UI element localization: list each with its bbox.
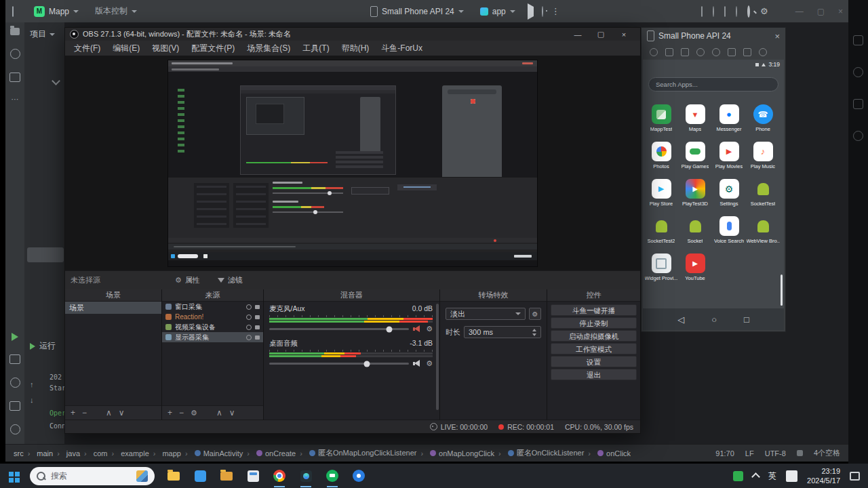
structure-tool-icon[interactable] bbox=[9, 73, 20, 82]
rotate-left-icon[interactable] bbox=[696, 48, 705, 56]
emulator-close-icon[interactable]: × bbox=[774, 31, 780, 41]
breadcrumb-item[interactable]: onCreate bbox=[243, 449, 296, 458]
visibility-eye-icon[interactable] bbox=[246, 314, 252, 320]
news-weather-icon[interactable] bbox=[136, 470, 148, 482]
chrome-icon[interactable] bbox=[269, 464, 290, 488]
obs-close-icon[interactable]: × bbox=[612, 28, 635, 41]
project-widget[interactable]: M Mapp bbox=[30, 4, 83, 19]
duration-spinbox[interactable]: 300 ms bbox=[464, 326, 541, 338]
visibility-eye-icon[interactable] bbox=[246, 304, 252, 310]
menu-profile[interactable]: 配置文件(P) bbox=[185, 43, 241, 54]
nav-overview-icon[interactable]: □ bbox=[744, 314, 749, 325]
tray-expand-icon[interactable] bbox=[751, 472, 760, 481]
search-apps-input[interactable]: Search Apps... bbox=[648, 77, 778, 92]
logcat-tool-icon[interactable] bbox=[10, 378, 20, 388]
scene-list-item[interactable]: 场景 bbox=[65, 302, 161, 314]
app-youtube[interactable]: YouTube bbox=[678, 253, 712, 281]
app-sockettest[interactable]: SocketTest bbox=[746, 179, 780, 207]
source-down-button[interactable]: ∨ bbox=[229, 408, 235, 418]
nav-back-icon[interactable]: ◁ bbox=[677, 314, 684, 325]
menu-view[interactable]: 视图(V) bbox=[146, 43, 185, 54]
profiler-icon[interactable] bbox=[542, 7, 543, 16]
menu-file[interactable]: 文件(F) bbox=[68, 43, 106, 54]
services-tool-icon[interactable] bbox=[10, 424, 20, 434]
tree-chevron-icon[interactable] bbox=[52, 77, 60, 85]
more-actions-icon[interactable]: ⋮ bbox=[551, 6, 560, 16]
tray-app-icon[interactable] bbox=[733, 471, 743, 481]
mixer-scrollbar[interactable] bbox=[436, 304, 439, 410]
search-icon[interactable] bbox=[747, 7, 750, 16]
app-maps[interactable]: Maps bbox=[678, 104, 712, 132]
input-language-indicator[interactable]: 英 bbox=[768, 470, 776, 482]
app-webview[interactable]: WebView Bro... bbox=[746, 216, 780, 244]
app-mapptest[interactable]: MappTest bbox=[644, 104, 678, 132]
sources-dock-title[interactable]: 来源 bbox=[162, 289, 263, 302]
source-list-item[interactable]: 显示器采集 bbox=[162, 332, 263, 342]
app-socket[interactable]: Socket bbox=[678, 216, 712, 244]
visibility-eye-icon[interactable] bbox=[246, 335, 252, 340]
transition-settings-button[interactable]: ⚙ bbox=[529, 308, 541, 320]
settings-gear-icon[interactable]: ⚙ bbox=[760, 7, 768, 16]
obs-taskbar-icon[interactable] bbox=[321, 464, 343, 488]
encoding-indicator[interactable]: UTF-8 bbox=[765, 449, 786, 458]
rotate-right-icon[interactable] bbox=[712, 48, 720, 56]
inspection-icon[interactable] bbox=[797, 450, 803, 456]
add-source-button[interactable]: + bbox=[167, 408, 172, 418]
nav-home-icon[interactable]: ○ bbox=[711, 314, 717, 325]
app-phone[interactable]: Phone bbox=[746, 104, 780, 132]
app-play-music[interactable]: Play Music bbox=[746, 142, 780, 169]
source-list-item[interactable]: 窗口采集 bbox=[162, 302, 263, 312]
window-maximize-icon[interactable]: ▢ bbox=[817, 7, 825, 16]
caret-position[interactable]: 91:70 bbox=[715, 449, 734, 458]
breadcrumb-item[interactable]: MainActivity bbox=[181, 449, 243, 458]
taskbar-clock[interactable]: 23:19 2024/5/17 bbox=[807, 466, 840, 486]
folder-icon[interactable] bbox=[216, 464, 237, 488]
screenshot-icon[interactable] bbox=[728, 48, 736, 56]
source-list-item[interactable]: 视频采集设备 bbox=[162, 322, 263, 332]
mute-speaker-icon[interactable] bbox=[413, 325, 422, 333]
breadcrumb-item[interactable]: 匿名OnMapLongClickListener bbox=[296, 448, 416, 458]
device-manager-icon[interactable] bbox=[853, 99, 863, 109]
terminal-tool-icon[interactable] bbox=[9, 354, 20, 364]
scroll-up-icon[interactable]: ↑ bbox=[30, 380, 34, 388]
android-studio-icon[interactable] bbox=[295, 464, 317, 488]
layout-icon[interactable] bbox=[724, 7, 726, 16]
remove-source-button[interactable]: − bbox=[179, 408, 184, 418]
menu-help[interactable]: 帮助(H) bbox=[336, 43, 376, 54]
start-button[interactable] bbox=[0, 464, 28, 488]
vcs-widget[interactable]: 版本控制 bbox=[91, 3, 141, 19]
scene-down-button[interactable]: ∨ bbox=[119, 408, 125, 418]
controls-dock-title[interactable]: 控件 bbox=[547, 289, 640, 302]
settings-button[interactable]: 设置 bbox=[551, 356, 637, 367]
source-list-item[interactable]: Reaction! bbox=[162, 312, 263, 322]
source-up-button[interactable]: ∧ bbox=[216, 408, 222, 418]
chat-app-icon[interactable] bbox=[348, 464, 370, 488]
notifications-icon[interactable] bbox=[853, 35, 863, 45]
device-selector[interactable]: Small Phone API 24 bbox=[366, 4, 468, 19]
lock-icon[interactable] bbox=[255, 305, 260, 309]
source-properties-button[interactable]: ⚙ bbox=[191, 409, 197, 418]
breadcrumb-item[interactable]: onClick bbox=[584, 449, 631, 458]
speaker-icon[interactable] bbox=[413, 360, 422, 367]
breadcrumb-item[interactable]: com bbox=[80, 449, 107, 458]
spin-down-icon[interactable] bbox=[532, 333, 536, 336]
virtual-camera-button[interactable]: 启动虚拟摄像机 bbox=[551, 330, 637, 342]
obs-title-bar[interactable]: OBS 27.1.3 (64-bit, windows) - 配置文件: 未命名… bbox=[65, 28, 640, 41]
more-icon[interactable] bbox=[759, 48, 767, 56]
emulator-title-bar[interactable]: Small Phone API 24 × bbox=[642, 28, 785, 44]
exit-button[interactable]: 退出 bbox=[551, 369, 637, 380]
window-minimize-icon[interactable]: — bbox=[795, 7, 804, 16]
start-streaming-button[interactable]: 斗鱼一键开播 bbox=[551, 304, 637, 316]
menu-scene-collection[interactable]: 场景集合(S) bbox=[241, 43, 296, 54]
assistant-icon[interactable] bbox=[713, 7, 714, 16]
scene-up-button[interactable]: ∧ bbox=[106, 408, 112, 418]
browser-app-icon[interactable] bbox=[189, 464, 211, 488]
gradle-icon[interactable] bbox=[853, 67, 863, 77]
menu-edit[interactable]: 编辑(E) bbox=[106, 43, 146, 54]
filters-button[interactable]: 滤镜 bbox=[214, 274, 247, 286]
more-tools-icon[interactable]: ⋯ bbox=[12, 96, 19, 103]
file-explorer-icon[interactable] bbox=[163, 464, 184, 488]
stop-recording-button[interactable]: 停止录制 bbox=[551, 317, 637, 329]
transition-select[interactable]: 淡出 bbox=[446, 308, 526, 320]
properties-button[interactable]: ⚙ 属性 bbox=[171, 274, 204, 286]
